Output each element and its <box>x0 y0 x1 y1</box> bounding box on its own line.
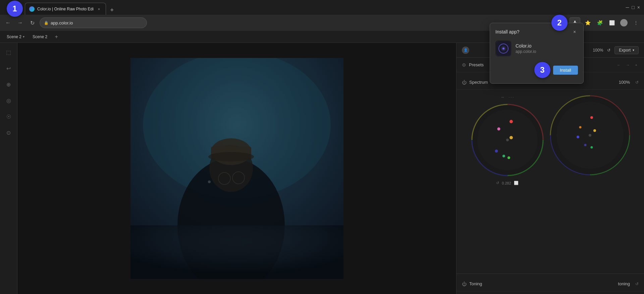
spectrum-reset-btn[interactable]: ↺ <box>635 80 639 85</box>
wheel-crop-icon: ⬜ <box>514 181 519 185</box>
svg-point-10 <box>208 180 211 183</box>
install-popup-title: Install app? <box>495 29 520 34</box>
svg-point-24 <box>589 134 591 137</box>
svg-point-30 <box>590 146 593 149</box>
menu-button[interactable]: ⋮ <box>631 18 641 27</box>
undo-btn[interactable]: ↺ <box>607 48 610 53</box>
install-popup-close-button[interactable]: × <box>571 28 578 35</box>
color-wheels-area: ↔ · · · <box>457 90 644 274</box>
install-app-icon <box>495 41 512 57</box>
install-app-url: app.color.io <box>516 49 536 54</box>
spectrum-power-icon: ⏻ <box>462 80 467 85</box>
zoom-level: 100% <box>593 48 603 53</box>
restore-icon[interactable]: □ <box>632 5 634 10</box>
wheel-value-display: 0.282 <box>502 181 511 185</box>
split-screen-button[interactable]: ⬜ <box>607 18 616 27</box>
scene-tab-2[interactable]: Scene 2 <box>30 33 50 41</box>
right-color-wheel[interactable] <box>550 95 630 175</box>
presets-arrow-right[interactable]: → <box>625 62 631 68</box>
tab-close-button[interactable]: × <box>96 6 102 12</box>
install-app-icon-image <box>496 41 511 56</box>
toning-value: toning <box>618 281 630 286</box>
active-tab[interactable]: Color.io | Online Raw Photo Edi × <box>25 3 106 15</box>
sidebar-icon-add[interactable]: ⊕ <box>3 79 14 90</box>
install-app-popup: Install app? × Color.io app.color.io 3 <box>490 23 584 84</box>
back-button[interactable]: ← <box>3 18 13 27</box>
sidebar-icon-undo[interactable]: ↩ <box>3 63 14 74</box>
presets-add-btn[interactable]: + <box>634 62 639 68</box>
user-avatar: 👤 <box>462 47 469 54</box>
install-app-name: Color.io <box>516 43 536 49</box>
svg-point-16 <box>509 120 513 123</box>
spectrum-value: 100% <box>619 80 630 85</box>
wheel-left-controls: ↺ <box>496 181 499 185</box>
photo-svg <box>130 58 343 279</box>
address-text: app.color.io <box>51 20 73 25</box>
svg-point-7 <box>208 152 254 161</box>
svg-point-20 <box>502 155 505 157</box>
scene-dropdown-icon: ▾ <box>23 35 24 39</box>
minimize-icon[interactable]: ─ <box>626 5 629 10</box>
right-wheel-container <box>550 95 630 268</box>
callout-badge-2: 2 <box>551 15 568 31</box>
install-button[interactable]: Install <box>553 66 578 75</box>
callout-badge-1: 1 <box>7 1 23 17</box>
svg-point-34 <box>502 48 504 50</box>
toning-label: Toning <box>469 281 615 286</box>
new-tab-button[interactable]: + <box>107 5 117 15</box>
photo-canvas <box>130 58 343 279</box>
svg-point-26 <box>579 126 581 129</box>
close-window-icon[interactable]: × <box>637 5 640 10</box>
scene-tab-dropdown[interactable]: Scene 2 ▾ <box>4 33 27 41</box>
presets-arrow-left[interactable]: ← <box>616 62 622 68</box>
tab-bar: 1 Color.io | Online Raw Photo Edi × + ─ … <box>0 0 644 15</box>
add-scene-button[interactable]: + <box>53 33 60 41</box>
forward-button[interactable]: → <box>15 18 25 27</box>
export-button[interactable]: Export ▾ <box>614 46 639 54</box>
callout-badge-3: 3 <box>534 62 550 78</box>
tab-favicon <box>29 6 35 12</box>
toning-section: ⏻ Toning toning ↺ <box>457 274 644 294</box>
extension-button[interactable]: 🧩 <box>595 18 604 27</box>
sidebar-icon-adjust[interactable]: ◎ <box>3 95 14 106</box>
sidebar-icon-layers[interactable]: ⬚ <box>3 47 14 58</box>
photo-background <box>130 58 343 279</box>
svg-point-17 <box>497 128 500 131</box>
address-bar[interactable]: 🔒 app.color.io <box>40 17 147 28</box>
left-wheel-svg <box>471 103 544 177</box>
lock-icon: 🔒 <box>44 21 49 25</box>
svg-point-15 <box>506 139 509 141</box>
install-app-info-row: Color.io app.color.io <box>495 41 578 57</box>
right-wheel-svg <box>550 95 630 175</box>
svg-point-28 <box>577 136 579 138</box>
canvas-area[interactable] <box>17 43 456 294</box>
bookmark-button[interactable]: ⭐ <box>583 18 592 27</box>
sidebar-icon-person[interactable]: ⊙ <box>3 127 14 138</box>
left-color-wheel[interactable] <box>471 103 544 177</box>
install-popup-header: Install app? × <box>495 28 578 35</box>
refresh-button[interactable]: ↻ <box>28 18 37 27</box>
svg-point-19 <box>495 150 498 153</box>
presets-icon: ⚙ <box>462 62 466 68</box>
svg-point-18 <box>509 136 513 139</box>
export-chevron-icon: ▾ <box>633 48 634 52</box>
install-app-details: Color.io app.color.io <box>516 43 536 54</box>
profile-button[interactable] <box>619 18 629 27</box>
wheel-left-icon: ↔ <box>501 95 504 99</box>
tab-title: Color.io | Online Raw Photo Edi <box>37 7 94 11</box>
toning-header: ⏻ Toning toning ↺ <box>457 277 644 291</box>
install-popup-footer: 3 Install <box>495 62 578 78</box>
svg-point-27 <box>593 129 596 132</box>
left-wheel-container: ↔ · · · <box>471 95 544 268</box>
svg-point-21 <box>507 156 510 159</box>
left-sidebar: ⬚ ↩ ⊕ ◎ ☉ ⊙ <box>0 43 17 294</box>
toning-reset-btn[interactable]: ↺ <box>635 282 639 286</box>
svg-rect-11 <box>130 225 343 279</box>
svg-point-29 <box>584 144 586 146</box>
toning-power-icon: ⏻ <box>462 281 467 287</box>
sidebar-icon-eye[interactable]: ☉ <box>3 111 14 122</box>
wheel-value-label: · · · <box>508 95 514 99</box>
svg-point-25 <box>590 116 593 119</box>
